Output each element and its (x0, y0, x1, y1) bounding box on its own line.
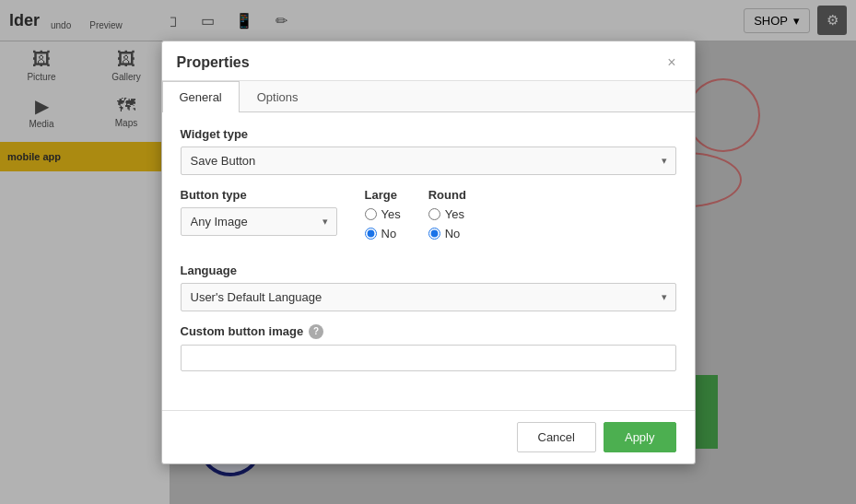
modal-header: Properties × (162, 41, 695, 81)
large-radio-group: Yes No (365, 207, 401, 240)
language-label: Language (181, 264, 676, 277)
language-section: Language User's Default Language ▾ (181, 264, 676, 311)
custom-image-label-row: Custom button image ? (181, 324, 676, 339)
help-icon[interactable]: ? (309, 324, 323, 339)
widget-type-select[interactable]: Save Button (181, 147, 676, 175)
large-no-radio[interactable] (365, 228, 377, 240)
round-label: Round (428, 188, 466, 202)
cancel-button[interactable]: Cancel (517, 422, 596, 452)
large-label: Large (365, 188, 401, 202)
round-yes-label[interactable]: Yes (428, 207, 466, 221)
large-col: Large Yes No (365, 188, 401, 240)
button-type-select[interactable]: Any Image (181, 207, 337, 236)
round-no-label[interactable]: No (428, 227, 466, 240)
button-type-row: Button type Any Image ▾ Large Yes (181, 188, 676, 249)
round-yes-text: Yes (445, 207, 464, 221)
custom-image-label: Custom button image (181, 324, 304, 338)
close-button[interactable]: × (663, 54, 679, 71)
modal-title: Properties (177, 54, 250, 71)
modal-footer: Cancel Apply (162, 410, 695, 463)
custom-image-input[interactable] (181, 345, 676, 371)
round-no-radio[interactable] (428, 228, 440, 240)
widget-type-wrapper: Save Button ▾ (181, 147, 676, 175)
modal-tabs: General Options (162, 81, 695, 112)
round-radio-group: Yes No (428, 207, 466, 240)
large-no-label[interactable]: No (365, 227, 401, 240)
large-yes-radio[interactable] (365, 208, 377, 220)
widget-type-label: Widget type (181, 127, 676, 141)
modal-body: Widget type Save Button ▾ Button type An… (162, 112, 695, 410)
round-col: Round Yes No (428, 188, 466, 240)
round-yes-radio[interactable] (428, 208, 440, 220)
properties-dialog: Properties × General Options Widget type… (161, 41, 696, 464)
tab-general[interactable]: General (162, 81, 240, 112)
large-no-text: No (381, 227, 397, 240)
apply-button[interactable]: Apply (604, 422, 676, 452)
modal-overlay: Properties × General Options Widget type… (0, 0, 856, 504)
custom-image-section: Custom button image ? (181, 324, 676, 371)
button-type-col: Button type Any Image ▾ (181, 188, 337, 249)
tab-options[interactable]: Options (240, 81, 316, 112)
language-select[interactable]: User's Default Language (181, 283, 676, 311)
language-wrapper: User's Default Language ▾ (181, 283, 676, 311)
large-yes-label[interactable]: Yes (365, 207, 401, 221)
button-type-label: Button type (181, 188, 337, 202)
round-no-text: No (445, 227, 461, 240)
large-yes-text: Yes (381, 207, 401, 221)
button-type-select-wrapper: Any Image ▾ (181, 207, 337, 236)
widget-type-section: Widget type Save Button ▾ (181, 127, 676, 175)
